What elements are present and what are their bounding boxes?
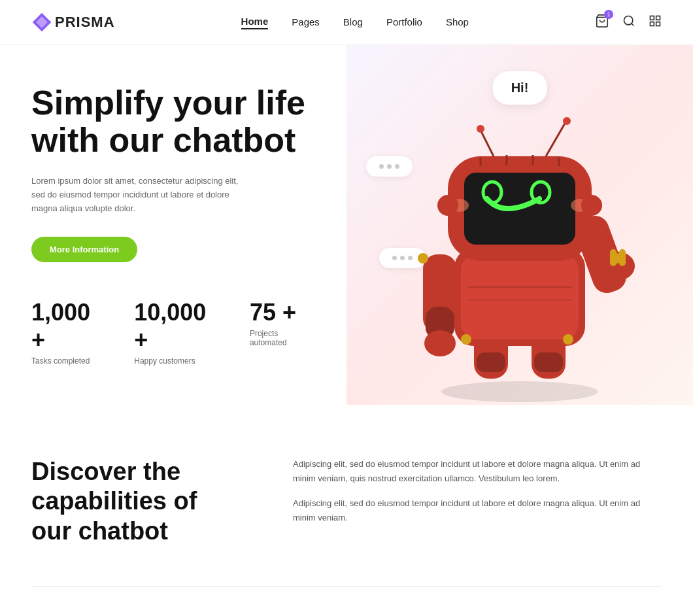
stat-projects-number: 75 + xyxy=(250,299,315,326)
cap-desc-2: Adipiscing elit, sed do eiusmod tempor i… xyxy=(293,496,662,525)
dot-1 xyxy=(379,164,384,169)
nav-shop[interactable]: Shop xyxy=(446,16,469,29)
svg-point-42 xyxy=(563,334,573,345)
nav-portfolio[interactable]: Portfolio xyxy=(386,16,422,29)
svg-point-39 xyxy=(437,195,458,216)
hero-stats: 1,000 + Tasks completed 10,000 + Happy c… xyxy=(31,299,315,366)
navbar: PRISMA Home Pages Blog Portfolio Shop 1 xyxy=(0,0,693,45)
hero-visual: Hi! xyxy=(346,45,693,405)
hero-content: Simplify your life with our chatbot Lore… xyxy=(0,45,346,405)
logo[interactable]: PRISMA xyxy=(31,12,115,33)
capabilities-descriptions: Adipiscing elit, sed do eiusmod tempor i… xyxy=(293,457,662,547)
svg-point-40 xyxy=(581,195,602,216)
capabilities-title: Discover the capabilities of our chatbot xyxy=(31,457,241,547)
chat-bubble-hi: Hi! xyxy=(493,71,547,105)
hero-title: Simplify your life with our chatbot xyxy=(31,84,315,159)
feature-card-1: Robust Corporate Applications → xyxy=(31,613,169,616)
svg-rect-14 xyxy=(461,254,579,339)
nav-home[interactable]: Home xyxy=(241,16,269,29)
stat-customers-number: 10,000 + xyxy=(134,299,224,354)
robot-illustration xyxy=(396,104,644,405)
feature-icon-2 xyxy=(195,613,232,616)
svg-rect-5 xyxy=(656,16,660,20)
svg-point-20 xyxy=(424,330,456,356)
svg-point-33 xyxy=(563,117,571,125)
navbar-icons: 1 xyxy=(595,14,662,31)
capabilities-top: Discover the capabilities of our chatbot… xyxy=(31,457,662,547)
stat-tasks: 1,000 + Tasks completed xyxy=(31,299,108,366)
feature-card-4: Integration for ecommerce → xyxy=(524,613,662,616)
cap-desc-1: Adipiscing elit, sed do eiusmod tempor i… xyxy=(293,457,662,486)
svg-point-3 xyxy=(624,16,633,24)
feature-icon-1 xyxy=(31,613,68,616)
svg-rect-11 xyxy=(477,352,505,372)
nav-blog[interactable]: Blog xyxy=(343,16,363,29)
feature-card-2: Procedural Text Translation → xyxy=(195,613,333,616)
features-grid: Robust Corporate Applications → Procedur… xyxy=(31,613,662,616)
hero-description: Lorem ipsum dolor sit amet, consectetur … xyxy=(31,175,254,215)
nav-pages[interactable]: Pages xyxy=(292,16,320,29)
logo-text: PRISMA xyxy=(55,14,115,31)
stat-customers-label: Happy customers xyxy=(134,356,224,366)
divider xyxy=(31,586,662,587)
hero-section: Simplify your life with our chatbot Lore… xyxy=(0,45,693,405)
grid-icon[interactable] xyxy=(649,14,662,31)
svg-point-31 xyxy=(477,125,484,133)
cart-icon[interactable]: 1 xyxy=(595,14,609,31)
dot-2 xyxy=(387,164,392,169)
stat-projects: 75 + Projects automated xyxy=(250,299,315,366)
feature-card-3: Automated Chat Interactions → xyxy=(360,613,498,616)
stat-tasks-number: 1,000 + xyxy=(31,299,108,354)
svg-point-41 xyxy=(461,334,471,345)
stat-projects-label: Projects automated xyxy=(250,329,315,347)
more-information-button[interactable]: More Information xyxy=(31,237,137,262)
svg-rect-4 xyxy=(651,16,654,20)
nav-menu: Home Pages Blog Portfolio Shop xyxy=(241,16,469,29)
svg-rect-7 xyxy=(656,22,660,26)
feature-icon-3 xyxy=(360,613,396,616)
stat-customers: 10,000 + Happy customers xyxy=(134,299,224,366)
svg-rect-6 xyxy=(651,22,654,26)
svg-point-8 xyxy=(441,381,598,402)
svg-point-44 xyxy=(611,253,622,264)
svg-line-30 xyxy=(481,130,494,156)
capabilities-section: Discover the capabilities of our chatbot… xyxy=(0,405,693,616)
feature-icon-4 xyxy=(524,613,560,616)
logo-icon xyxy=(31,12,52,33)
svg-line-32 xyxy=(546,122,566,156)
stat-tasks-label: Tasks completed xyxy=(31,356,108,366)
svg-rect-12 xyxy=(534,352,563,372)
cart-badge: 1 xyxy=(604,10,613,19)
svg-point-43 xyxy=(418,253,428,264)
search-icon[interactable] xyxy=(622,14,635,31)
